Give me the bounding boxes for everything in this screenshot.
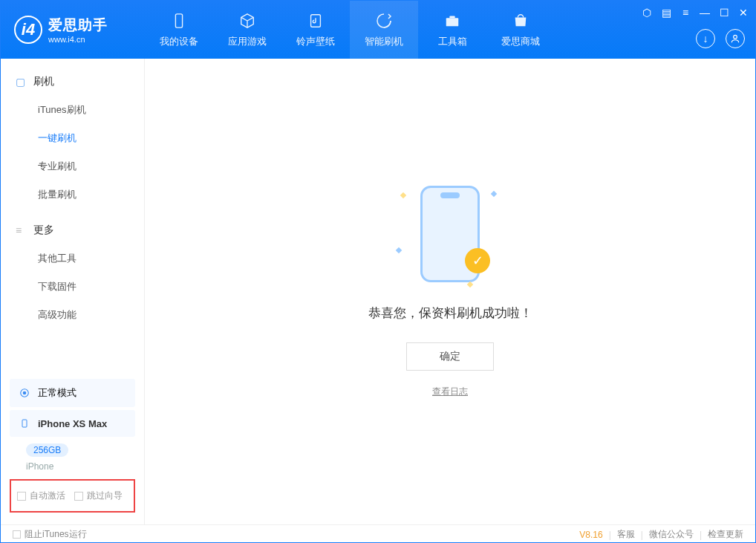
skip-guide-checkbox[interactable]: 跳过向导 bbox=[74, 490, 123, 502]
user-button[interactable] bbox=[726, 29, 745, 48]
toolbox-icon bbox=[443, 11, 462, 30]
logo-area: i4 爱思助手 www.i4.cn bbox=[1, 16, 145, 44]
section-more[interactable]: ≡ 更多 bbox=[1, 216, 144, 244]
block-itunes-checkbox[interactable]: 阻止iTunes运行 bbox=[13, 528, 87, 541]
checkbox-label: 阻止iTunes运行 bbox=[25, 528, 87, 541]
shirt-icon[interactable]: ⬡ bbox=[641, 7, 653, 19]
store-icon bbox=[511, 11, 530, 30]
device-row[interactable]: iPhone XS Max bbox=[10, 410, 135, 437]
device-panel: 正常模式 iPhone XS Max 256GB iPhone 自动激活 跳过向… bbox=[1, 368, 144, 524]
svg-point-4 bbox=[734, 35, 737, 39]
nav-label: 应用游戏 bbox=[228, 35, 267, 48]
sidebar-item-other-tools[interactable]: 其他工具 bbox=[1, 244, 144, 273]
app-title: 爱思助手 bbox=[48, 16, 108, 35]
header-actions: ↓ bbox=[696, 29, 745, 48]
svg-rect-0 bbox=[175, 14, 182, 27]
close-icon[interactable]: ✕ bbox=[737, 7, 749, 19]
sidebar-item-oneclick-flash[interactable]: 一键刷机 bbox=[1, 124, 144, 152]
music-icon bbox=[306, 11, 325, 30]
checkbox-icon bbox=[13, 530, 21, 539]
minimize-icon[interactable]: — bbox=[699, 7, 711, 19]
svg-point-6 bbox=[23, 391, 26, 394]
mode-label: 正常模式 bbox=[38, 386, 76, 400]
sidebar-item-itunes-flash[interactable]: iTunes刷机 bbox=[1, 96, 144, 124]
nav-label: 我的设备 bbox=[160, 35, 198, 48]
app-header: i4 爱思助手 www.i4.cn 我的设备 应用游戏 铃声壁纸 智能刷机 工具… bbox=[1, 1, 755, 59]
wechat-link[interactable]: 微信公众号 bbox=[649, 528, 694, 541]
nav-flash[interactable]: 智能刷机 bbox=[350, 1, 418, 59]
nav-label: 爱思商城 bbox=[501, 35, 540, 48]
section-label: 刷机 bbox=[33, 75, 54, 88]
view-log-link[interactable]: 查看日志 bbox=[432, 386, 468, 398]
menu-icon[interactable]: ≡ bbox=[680, 7, 691, 19]
checkbox-icon bbox=[74, 492, 83, 501]
ok-button[interactable]: 确定 bbox=[406, 342, 494, 371]
maximize-icon[interactable]: ☐ bbox=[718, 7, 730, 19]
main-nav: 我的设备 应用游戏 铃声壁纸 智能刷机 工具箱 爱思商城 bbox=[145, 1, 555, 59]
list-icon[interactable]: ▤ bbox=[660, 7, 672, 19]
sidebar-item-download-firmware[interactable]: 下载固件 bbox=[1, 273, 144, 301]
auto-activate-checkbox[interactable]: 自动激活 bbox=[17, 490, 65, 502]
check-update-link[interactable]: 检查更新 bbox=[708, 528, 743, 541]
sparkle-icon bbox=[467, 281, 473, 287]
device-meta: 256GB iPhone bbox=[1, 440, 144, 479]
device-icon bbox=[169, 11, 189, 30]
support-link[interactable]: 客服 bbox=[617, 528, 635, 541]
mode-icon bbox=[19, 387, 30, 399]
check-badge-icon: ✓ bbox=[465, 248, 490, 273]
nav-my-device[interactable]: 我的设备 bbox=[145, 1, 213, 59]
version-label: V8.16 bbox=[579, 530, 602, 540]
section-label: 更多 bbox=[33, 224, 54, 237]
footer-right: V8.16 | 客服 | 微信公众号 | 检查更新 bbox=[579, 528, 743, 541]
svg-rect-7 bbox=[22, 420, 27, 427]
nav-label: 智能刷机 bbox=[365, 35, 403, 48]
nav-ringtones[interactable]: 铃声壁纸 bbox=[281, 1, 350, 59]
checkbox-label: 跳过向导 bbox=[87, 490, 123, 502]
success-message: 恭喜您，保资料刷机成功啦！ bbox=[368, 305, 532, 322]
sparkle-icon bbox=[491, 190, 497, 196]
svg-rect-3 bbox=[449, 16, 454, 19]
checkbox-bar-highlighted: 自动激活 跳过向导 bbox=[10, 479, 135, 513]
phone-icon bbox=[19, 417, 30, 429]
nav-label: 工具箱 bbox=[438, 35, 467, 48]
sidebar-item-pro-flash[interactable]: 专业刷机 bbox=[1, 152, 144, 181]
device-name: iPhone XS Max bbox=[38, 418, 107, 429]
sparkle-icon bbox=[396, 247, 402, 253]
refresh-icon bbox=[374, 11, 394, 30]
download-button[interactable]: ↓ bbox=[696, 29, 715, 48]
main-content: ✓ 恭喜您，保资料刷机成功啦！ 确定 查看日志 bbox=[145, 59, 755, 524]
sidebar-menu: ▢ 刷机 iTunes刷机 一键刷机 专业刷机 批量刷机 ≡ 更多 其他工具 下… bbox=[1, 59, 144, 368]
cube-icon bbox=[238, 11, 257, 30]
window-controls: ⬡ ▤ ≡ — ☐ ✕ bbox=[641, 7, 749, 19]
checkbox-icon bbox=[17, 492, 26, 501]
nav-apps[interactable]: 应用游戏 bbox=[213, 1, 281, 59]
device-type: iPhone bbox=[26, 461, 119, 472]
checkbox-label: 自动激活 bbox=[30, 490, 65, 502]
sparkle-icon bbox=[400, 192, 406, 198]
nav-store[interactable]: 爱思商城 bbox=[486, 1, 555, 59]
nav-toolbox[interactable]: 工具箱 bbox=[418, 1, 486, 59]
section-flash[interactable]: ▢ 刷机 bbox=[1, 68, 144, 96]
logo-icon: i4 bbox=[14, 16, 42, 44]
nav-label: 铃声壁纸 bbox=[296, 35, 335, 48]
status-bar: 阻止iTunes运行 V8.16 | 客服 | 微信公众号 | 检查更新 bbox=[1, 524, 755, 543]
sidebar-item-advanced[interactable]: 高级功能 bbox=[1, 301, 144, 329]
success-illustration: ✓ bbox=[405, 186, 495, 290]
list-icon: ≡ bbox=[16, 224, 26, 236]
sidebar-item-batch-flash[interactable]: 批量刷机 bbox=[1, 181, 144, 209]
app-url: www.i4.cn bbox=[48, 35, 108, 44]
svg-rect-2 bbox=[446, 18, 459, 26]
mode-row[interactable]: 正常模式 bbox=[10, 379, 135, 407]
capacity-pill: 256GB bbox=[26, 443, 68, 457]
phone-icon: ▢ bbox=[16, 76, 26, 88]
sidebar: ▢ 刷机 iTunes刷机 一键刷机 专业刷机 批量刷机 ≡ 更多 其他工具 下… bbox=[1, 59, 145, 524]
